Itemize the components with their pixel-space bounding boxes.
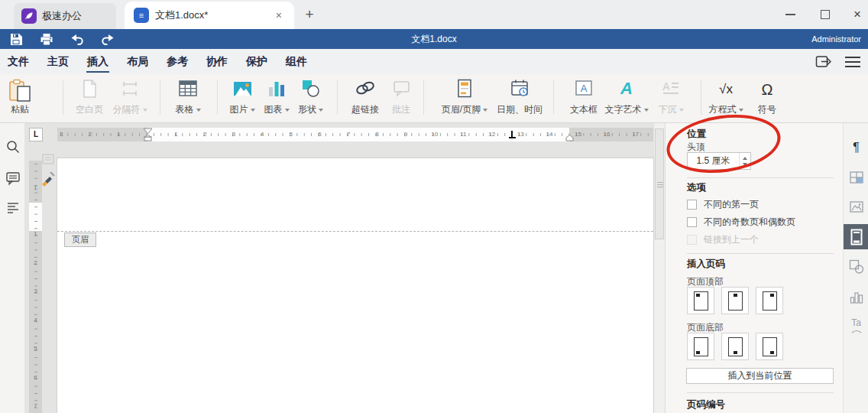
checkbox-different-first-page[interactable]: 不同的第一页	[687, 198, 759, 210]
equation-icon: √x	[719, 79, 733, 100]
equation-button[interactable]: √x 方程式	[704, 76, 747, 119]
date-time-button[interactable]: 日期、时间	[493, 76, 546, 119]
ruler-number: 7	[347, 131, 350, 138]
text-box-button[interactable]: A 文本框	[566, 76, 601, 119]
window-close-button[interactable]: ×	[850, 8, 865, 21]
text-box-icon: A	[574, 79, 594, 97]
document-page[interactable]: 页眉	[57, 158, 653, 413]
outline-panel-icon[interactable]	[5, 200, 21, 215]
chevron-down-icon	[285, 109, 290, 112]
shapes-button[interactable]: 形状	[293, 76, 328, 119]
window-maximize-button[interactable]	[818, 8, 833, 21]
header-position-input[interactable]	[688, 156, 739, 167]
hyperlink-button[interactable]: 超链接	[348, 76, 383, 119]
page-number-top-center-button[interactable]	[721, 287, 749, 314]
paragraph-settings-tool[interactable]: ¶	[844, 135, 868, 160]
checkbox-different-odd-even[interactable]: 不同的奇数页和偶数页	[687, 216, 795, 228]
blank-page-icon	[80, 79, 99, 99]
chevron-down-icon	[679, 109, 684, 112]
app-window: 极速办公 ≡ 文档1.docx* × + × 文档1.docx Administ…	[0, 0, 868, 413]
table-button[interactable]: 表格	[170, 76, 206, 119]
home-tab[interactable]: 极速办公	[14, 3, 116, 29]
app-logo-rocket-icon	[21, 8, 37, 24]
chart-tool[interactable]	[844, 284, 868, 309]
picture-button[interactable]: 图片	[225, 76, 260, 119]
hamburger-menu-icon[interactable]	[845, 57, 860, 67]
page-number-bottom-left-button[interactable]	[687, 333, 714, 360]
tab-stop-selector[interactable]: L	[29, 128, 43, 141]
checkbox-icon[interactable]	[687, 200, 697, 210]
chart-button[interactable]: 图表	[260, 76, 293, 119]
comments-panel-icon[interactable]	[5, 171, 21, 186]
horizontal-ruler[interactable]: 3211234567891011121314151617	[57, 128, 653, 141]
right-tool-sidebar: ¶ Ta	[843, 123, 868, 413]
document-tab[interactable]: ≡ 文档1.docx* ×	[125, 2, 294, 29]
menu-references[interactable]: 参考	[165, 50, 189, 74]
page-number-bottom-center-button[interactable]	[721, 333, 749, 360]
menu-insert[interactable]: 插入	[86, 50, 110, 74]
text-box-label: 文本框	[570, 103, 598, 116]
shapes-icon	[301, 79, 321, 98]
header-footer-tool-selected[interactable]	[844, 224, 868, 249]
menu-components[interactable]: 组件	[284, 50, 309, 74]
table-style-tool[interactable]	[844, 164, 868, 190]
ruler-number: 1	[174, 131, 177, 138]
menu-home[interactable]: 主页	[46, 50, 70, 74]
insert-page-number-title: 插入页码	[687, 258, 725, 271]
page-number-top-right-button[interactable]	[756, 287, 783, 314]
page-break-icon	[120, 79, 140, 99]
insert-at-current-position-button[interactable]: 插入到当前位置	[686, 368, 834, 384]
spinner-up-icon[interactable]	[743, 157, 747, 160]
chevron-down-icon	[143, 109, 147, 112]
header-footer-icon	[455, 79, 474, 99]
symbol-button[interactable]: Ω 符号	[750, 76, 784, 119]
window-minimize-button[interactable]	[782, 8, 798, 21]
chevron-down-icon	[739, 109, 743, 112]
checkbox-icon[interactable]	[687, 217, 697, 227]
new-tab-button[interactable]: +	[300, 5, 319, 24]
spinner-down-icon[interactable]	[743, 163, 747, 166]
vertical-scrollbar[interactable]	[654, 123, 665, 413]
menu-protect[interactable]: 保护	[245, 50, 269, 74]
search-icon[interactable]	[5, 139, 21, 154]
picture-label: 图片	[230, 103, 248, 116]
header-position-spinbox[interactable]	[687, 152, 751, 170]
ruler-number: 12	[488, 131, 495, 138]
divider	[687, 392, 834, 393]
chart-label: 图表	[264, 103, 283, 116]
menu-file[interactable]: 文件	[6, 50, 31, 74]
user-account-label[interactable]: Administrator	[811, 34, 861, 44]
first-line-indent-marker[interactable]	[143, 128, 153, 135]
tab-bar: 极速办公 ≡ 文档1.docx* × + ×	[0, 0, 868, 29]
page-number-top-left-button[interactable]	[687, 287, 714, 314]
header-footer-button[interactable]: 页眉/页脚	[438, 76, 491, 119]
header-footer-label: 页眉/页脚	[442, 103, 481, 116]
image-tool[interactable]	[844, 194, 868, 220]
right-indent-marker[interactable]	[565, 135, 575, 141]
format-painter-icon	[40, 170, 57, 187]
menu-layout[interactable]: 布局	[125, 50, 150, 74]
scrollbar-thumb[interactable]	[655, 128, 664, 239]
page-number-bottom-right-button[interactable]	[756, 333, 783, 360]
drop-cap-icon: A	[661, 79, 681, 97]
vertical-ruler[interactable]: 11234567	[29, 161, 42, 413]
text-art-tool[interactable]: Ta	[844, 314, 868, 339]
chart-icon	[267, 79, 287, 98]
ruler-number: 3	[34, 288, 37, 294]
header-tag: 页眉	[64, 233, 96, 247]
paste-button[interactable]: 粘贴	[5, 76, 35, 119]
tab-close-icon[interactable]: ×	[273, 9, 285, 21]
menu-bar: 文件 主页 插入 布局 参考 协作 保护 组件	[0, 49, 868, 74]
menu-collaborate[interactable]: 协作	[205, 50, 229, 74]
share-export-icon[interactable]	[815, 54, 831, 69]
header-boundary-line	[57, 231, 653, 232]
shapes-tool[interactable]	[844, 254, 868, 279]
scrollbar-grip	[657, 184, 663, 185]
options-section-title: 选项	[687, 181, 706, 194]
hanging-indent-marker[interactable]	[143, 135, 153, 141]
spinner[interactable]	[739, 153, 750, 169]
svg-text:A: A	[620, 79, 633, 98]
ruler-number: 5	[34, 345, 37, 352]
word-art-button[interactable]: A 文字艺术	[603, 76, 650, 119]
bar-chart-icon	[850, 290, 863, 304]
